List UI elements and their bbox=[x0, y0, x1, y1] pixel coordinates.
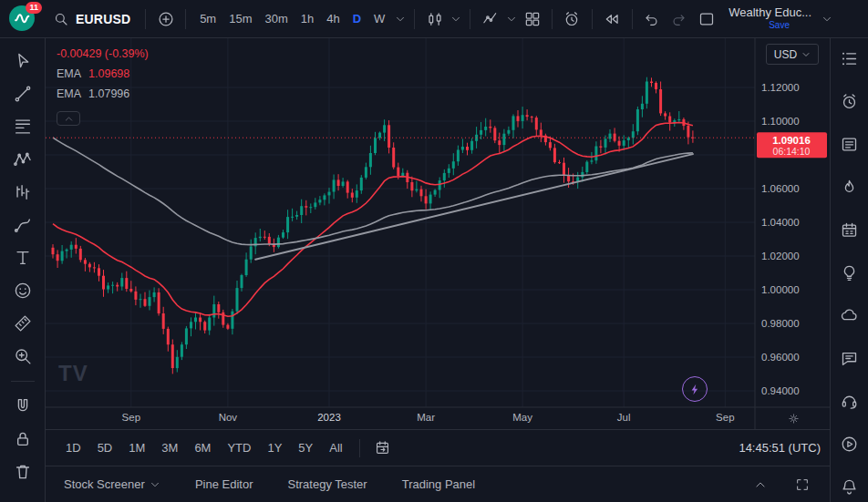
sidebar-item-hotlists[interactable] bbox=[834, 172, 865, 203]
tool-trash[interactable] bbox=[5, 456, 40, 487]
top-toolbar: 11 EURUSD 5m15m30m1h4hDW Wealthy Educ...… bbox=[0, 0, 868, 38]
quick-action-lightning-button[interactable] bbox=[682, 376, 708, 402]
tool-cursor[interactable] bbox=[5, 46, 40, 77]
indicators-button[interactable] bbox=[478, 5, 502, 34]
axis-settings-button[interactable] bbox=[784, 409, 802, 427]
symbol-search-button[interactable]: EURUSD bbox=[46, 7, 138, 31]
tab-stock-screener[interactable]: Stock Screener bbox=[64, 477, 160, 491]
tool-magnet[interactable] bbox=[5, 391, 40, 422]
tool-lock[interactable] bbox=[5, 424, 40, 455]
tab-strategy-tester[interactable]: Strategy Tester bbox=[287, 477, 367, 491]
sidebar-item-support[interactable] bbox=[834, 385, 865, 416]
tool-zoom[interactable] bbox=[5, 341, 40, 372]
redo-icon bbox=[670, 11, 687, 27]
chevron-down-icon bbox=[450, 14, 461, 25]
grid-layout-button[interactable] bbox=[520, 5, 544, 34]
bar-replay-button[interactable] bbox=[600, 5, 625, 34]
indicator-row[interactable]: EMA1.09698 bbox=[57, 64, 149, 84]
panel-maximize-button[interactable] bbox=[788, 470, 817, 499]
sidebar-item-streams[interactable] bbox=[834, 428, 865, 459]
indicator-list: EMA1.09698EMA1.07996 bbox=[57, 64, 149, 104]
layout-name-control[interactable]: Wealthy Educ... Save bbox=[725, 5, 815, 34]
tool-fib-retracement[interactable] bbox=[5, 111, 40, 142]
range-6M[interactable]: 6M bbox=[187, 437, 218, 458]
timeframe-5m[interactable]: 5m bbox=[193, 8, 222, 29]
chevron-up-icon bbox=[754, 478, 767, 491]
price-chart[interactable]: 1.120001.100001.060001.040001.020001.000… bbox=[46, 38, 830, 429]
indicators-menu-button[interactable] bbox=[504, 5, 518, 34]
range-3M[interactable]: 3M bbox=[154, 437, 185, 458]
panel-expand-button[interactable] bbox=[746, 470, 775, 499]
chart-style-button[interactable] bbox=[422, 5, 447, 34]
divider bbox=[359, 439, 360, 457]
center-column: 1.120001.100001.060001.040001.020001.000… bbox=[46, 38, 830, 502]
sidebar-item-calendar[interactable] bbox=[834, 215, 865, 246]
magnet-icon bbox=[13, 396, 33, 416]
watchlist-icon bbox=[840, 49, 859, 68]
cursor-icon bbox=[13, 51, 33, 71]
timeframe-30m[interactable]: 30m bbox=[258, 8, 294, 29]
timeframe-1h[interactable]: 1h bbox=[294, 8, 320, 29]
divider bbox=[414, 9, 415, 29]
range-1D[interactable]: 1D bbox=[58, 437, 88, 458]
timeframe-D[interactable]: D bbox=[346, 8, 367, 29]
layout-menu-button[interactable] bbox=[819, 5, 835, 34]
utc-clock[interactable]: 14:45:51 (UTC) bbox=[739, 441, 822, 455]
chevron-down-icon bbox=[395, 14, 406, 25]
timeframe-menu-button[interactable] bbox=[393, 5, 407, 34]
tool-xabcd-pattern[interactable] bbox=[5, 144, 40, 175]
timeframe-15m[interactable]: 15m bbox=[222, 8, 258, 29]
timeframe-4h[interactable]: 4h bbox=[320, 8, 346, 29]
svg-text:0.94000: 0.94000 bbox=[761, 385, 800, 396]
range-5Y[interactable]: 5Y bbox=[291, 437, 320, 458]
svg-text:Sep: Sep bbox=[122, 412, 140, 423]
sidebar-item-watchlist[interactable] bbox=[834, 44, 865, 75]
chart-area: 1.120001.100001.060001.040001.020001.000… bbox=[46, 38, 830, 429]
range-YTD[interactable]: YTD bbox=[220, 437, 258, 458]
undo-button[interactable] bbox=[640, 5, 665, 34]
layout-button[interactable] bbox=[692, 5, 721, 34]
indicator-value: 1.09698 bbox=[88, 67, 129, 80]
tool-brush[interactable] bbox=[5, 210, 40, 241]
legend-collapse-button[interactable] bbox=[57, 111, 80, 126]
tab-trading-panel[interactable]: Trading Panel bbox=[402, 477, 475, 491]
tool-text[interactable] bbox=[5, 242, 40, 273]
sidebar-item-alerts[interactable] bbox=[834, 87, 865, 118]
brush-icon bbox=[13, 215, 33, 235]
go-to-date-icon bbox=[374, 439, 391, 456]
compare-add-button[interactable] bbox=[153, 5, 178, 34]
tool-emoji[interactable] bbox=[5, 275, 40, 306]
indicator-row[interactable]: EMA1.07996 bbox=[57, 84, 149, 104]
range-1Y[interactable]: 1Y bbox=[260, 437, 289, 458]
range-All[interactable]: All bbox=[322, 437, 349, 458]
sidebar-item-notifications[interactable] bbox=[834, 471, 865, 502]
sidebar-item-ideas[interactable] bbox=[834, 258, 865, 289]
range-1M[interactable]: 1M bbox=[121, 437, 152, 458]
alert-button[interactable] bbox=[560, 5, 584, 34]
indicator-value: 1.07996 bbox=[88, 87, 129, 100]
user-avatar[interactable]: 11 bbox=[9, 5, 36, 33]
price-change: -0.00429 (-0.39%) bbox=[57, 44, 149, 64]
date-range-bar: 1D5D1M3M6MYTD1Y5YAll 14:45:51 (UTC) bbox=[46, 429, 830, 466]
tool-measure[interactable] bbox=[5, 308, 40, 339]
currency-select[interactable]: USD bbox=[766, 44, 819, 65]
save-button[interactable]: Save bbox=[769, 19, 790, 32]
tool-bars-pattern[interactable] bbox=[5, 177, 40, 208]
chevron-down-icon bbox=[506, 14, 517, 25]
fib-icon bbox=[13, 117, 33, 137]
timeframe-group: 5m15m30m1h4hDW bbox=[193, 8, 391, 29]
sidebar-item-news[interactable] bbox=[834, 129, 865, 160]
divider bbox=[592, 9, 593, 29]
range-5D[interactable]: 5D bbox=[90, 437, 120, 458]
flame-icon bbox=[840, 178, 859, 197]
go-to-date-button[interactable] bbox=[369, 435, 397, 462]
tab-label: Trading Panel bbox=[402, 477, 475, 491]
sidebar-item-minds[interactable] bbox=[834, 300, 865, 331]
chart-style-menu-button[interactable] bbox=[449, 5, 462, 34]
range-group: 1D5D1M3M6MYTD1Y5YAll bbox=[58, 437, 350, 458]
timeframe-W[interactable]: W bbox=[367, 8, 391, 29]
redo-button[interactable] bbox=[666, 5, 690, 34]
tab-pine-editor[interactable]: Pine Editor bbox=[195, 477, 253, 491]
sidebar-item-chat[interactable] bbox=[834, 343, 865, 374]
tool-trend-line[interactable] bbox=[5, 78, 40, 109]
